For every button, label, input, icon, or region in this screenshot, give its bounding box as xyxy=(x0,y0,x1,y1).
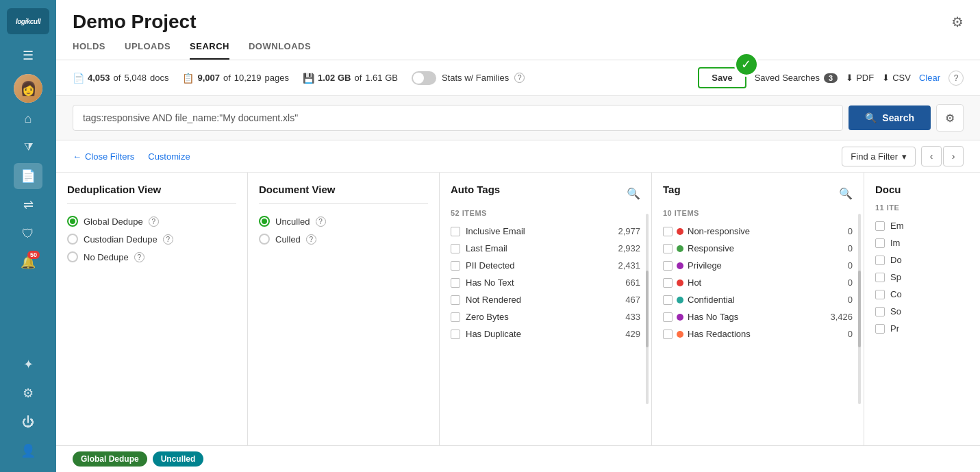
auto-tag-last-email-checkbox[interactable] xyxy=(451,244,460,253)
sidebar-item-notifications[interactable]: 🔔 50 xyxy=(14,249,42,275)
tag-non-responsive-checkbox[interactable] xyxy=(663,227,673,236)
dedup-custodian[interactable]: Custodian Dedupe ? xyxy=(67,230,236,248)
auto-tag-pii[interactable]: PII Detected 2,431 xyxy=(451,257,640,274)
auto-tag-pii-checkbox[interactable] xyxy=(451,261,460,271)
search-button[interactable]: 🔍 Search xyxy=(849,105,931,130)
doc-type-co[interactable]: Co xyxy=(875,286,942,303)
auto-tag-zero-bytes[interactable]: Zero Bytes 433 xyxy=(451,308,640,325)
tag-confidential-checkbox[interactable] xyxy=(663,295,673,305)
doc-type-em[interactable]: Em xyxy=(875,217,942,234)
tag-privilege[interactable]: Privilege 0 xyxy=(663,257,853,274)
menu-icon: ☰ xyxy=(23,48,34,63)
doc-culled-help[interactable]: ? xyxy=(306,234,316,245)
tag-confidential[interactable]: Confidential 0 xyxy=(663,291,853,308)
tag-hot[interactable]: Hot 0 xyxy=(663,274,853,291)
tag-has-no-tags[interactable]: Has No Tags 3,426 xyxy=(663,308,853,325)
avatar[interactable]: 👩 xyxy=(14,74,42,103)
sidebar-item-funnel[interactable]: ⧩ xyxy=(14,134,42,160)
auto-tag-inclusive-email-checkbox[interactable] xyxy=(451,227,460,236)
tab-downloads[interactable]: DOWNLOADS xyxy=(249,41,311,60)
tab-uploads[interactable]: UPLOADS xyxy=(125,41,171,60)
dedup-none-radio[interactable] xyxy=(67,251,78,262)
doc-type-im[interactable]: Im xyxy=(875,234,942,251)
tag-responsive[interactable]: Responsive 0 xyxy=(663,240,853,257)
doc-unculled-help[interactable]: ? xyxy=(316,216,326,227)
home-icon: ⌂ xyxy=(25,112,32,126)
prev-filter-button[interactable]: ‹ xyxy=(921,146,942,166)
sidebar-item-share[interactable]: ⇌ xyxy=(14,192,42,218)
doc-type-so[interactable]: So xyxy=(875,303,942,320)
search-icon: 🔍 xyxy=(865,112,877,123)
sidebar-item-documents[interactable]: 📄 xyxy=(14,163,42,189)
auto-tag-no-text-checkbox[interactable] xyxy=(451,278,460,288)
sidebar-item-settings[interactable]: ⚙ xyxy=(14,380,42,406)
tag-has-no-tags-checkbox[interactable] xyxy=(663,312,673,322)
doc-culled-radio[interactable] xyxy=(259,234,270,245)
auto-tag-has-duplicate[interactable]: Has Duplicate 429 xyxy=(451,325,640,343)
size-used: 1.02 GB xyxy=(318,73,351,83)
tag-has-redactions[interactable]: Has Redactions 0 xyxy=(663,325,853,343)
sidebar-item-processing[interactable]: ✦ xyxy=(14,351,42,377)
tab-holds[interactable]: HOLDS xyxy=(73,41,105,60)
pdf-button[interactable]: ⬇ PDF xyxy=(846,73,874,83)
find-filter-button[interactable]: Find a Filter ▾ xyxy=(842,147,916,166)
dedup-custodian-help[interactable]: ? xyxy=(163,234,173,245)
logo[interactable]: logikcull xyxy=(7,8,49,34)
auto-tags-panel: Auto Tags 🔍 52 ITEMS Inclusive Email 2,9… xyxy=(440,173,652,445)
tag-non-responsive[interactable]: Non-responsive 0 xyxy=(663,223,853,240)
tag-has-redactions-checkbox[interactable] xyxy=(663,330,673,339)
clear-button[interactable]: Clear xyxy=(919,73,940,83)
csv-button[interactable]: ⬇ CSV xyxy=(882,73,911,83)
dedup-none[interactable]: No Dedupe ? xyxy=(67,248,236,266)
search-input[interactable]: tags:responsive AND file_name:"My docume… xyxy=(73,105,843,131)
tag-count: 10 ITEMS xyxy=(663,209,853,217)
auto-tag-not-rendered[interactable]: Not Rendered 467 xyxy=(451,291,640,308)
tab-search[interactable]: SEARCH xyxy=(190,41,229,60)
saved-searches-button[interactable]: Saved Searches 3 xyxy=(755,73,838,83)
doc-culled[interactable]: Culled ? xyxy=(259,230,428,248)
auto-tag-has-duplicate-checkbox[interactable] xyxy=(451,330,460,339)
sidebar-item-power[interactable]: ⏻ xyxy=(14,409,42,435)
sidebar-item-menu[interactable]: ☰ xyxy=(14,42,42,69)
tag-hot-checkbox[interactable] xyxy=(663,278,673,288)
auto-tag-inclusive-email[interactable]: Inclusive Email 2,977 xyxy=(451,223,640,240)
tag-hot-label: Hot xyxy=(688,277,701,288)
auto-tag-no-text[interactable]: Has No Text 661 xyxy=(451,274,640,291)
auto-tag-zero-bytes-checkbox[interactable] xyxy=(451,312,460,322)
auto-tag-last-email[interactable]: Last Email 2,932 xyxy=(451,240,640,257)
page-title: Demo Project xyxy=(73,11,197,33)
badge-global-dedupe[interactable]: Global Dedupe xyxy=(73,451,147,467)
stats-toggle[interactable] xyxy=(412,71,436,85)
pages-total: 10,219 xyxy=(234,73,262,83)
tag-search-icon[interactable]: 🔍 xyxy=(839,187,853,200)
tag-privilege-checkbox[interactable] xyxy=(663,261,673,271)
dedup-custodian-radio[interactable] xyxy=(67,234,78,245)
dedup-global[interactable]: Global Dedupe ? xyxy=(67,212,236,230)
sidebar-item-shield[interactable]: 🛡 xyxy=(14,221,42,247)
auto-tag-not-rendered-checkbox[interactable] xyxy=(451,295,460,305)
help-icon[interactable]: ? xyxy=(948,71,964,86)
dedup-global-help[interactable]: ? xyxy=(149,216,159,227)
sidebar-item-account[interactable]: 👤 xyxy=(14,438,42,464)
customize-button[interactable]: Customize xyxy=(148,151,190,162)
doc-type-sp[interactable]: Sp xyxy=(875,269,942,286)
advanced-search-button[interactable]: ⚙ xyxy=(936,104,964,132)
dedup-none-help[interactable]: ? xyxy=(134,252,145,262)
doc-unculled[interactable]: Unculled ? xyxy=(259,212,428,230)
gear-icon[interactable]: ⚙ xyxy=(951,14,964,30)
auto-tag-no-text-count: 661 xyxy=(625,277,640,288)
doc-type-do[interactable]: Do xyxy=(875,251,942,269)
tag-has-no-tags-dot xyxy=(677,314,683,321)
close-filters-button[interactable]: ← Close Filters xyxy=(73,151,134,162)
next-filter-button[interactable]: › xyxy=(943,146,964,166)
auto-tags-search-icon[interactable]: 🔍 xyxy=(627,187,640,200)
dedup-global-radio[interactable] xyxy=(67,216,78,227)
sidebar-item-home[interactable]: ⌂ xyxy=(14,105,42,132)
documents-icon: 📄 xyxy=(21,169,36,184)
stats-help-icon[interactable]: ? xyxy=(514,73,525,83)
tag-non-responsive-label: Non-responsive xyxy=(688,226,750,236)
doc-type-pr[interactable]: Pr xyxy=(875,320,942,337)
doc-unculled-radio[interactable] xyxy=(259,216,270,227)
tag-responsive-checkbox[interactable] xyxy=(663,244,673,253)
badge-unculled[interactable]: Unculled xyxy=(153,451,204,467)
